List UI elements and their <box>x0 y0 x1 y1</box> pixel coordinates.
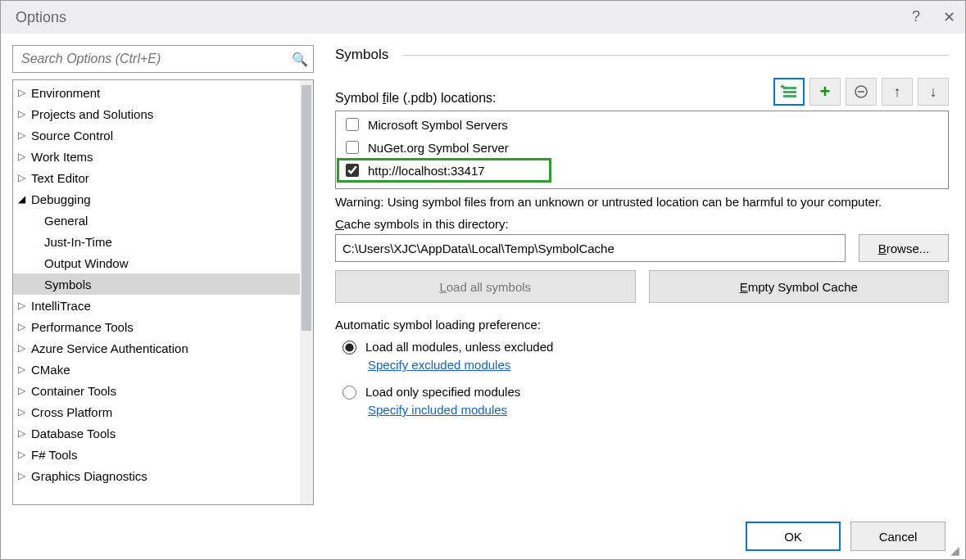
tree-item-general[interactable]: General <box>13 210 300 231</box>
chevron-down-icon[interactable]: ◢ <box>18 193 29 205</box>
tree-item-label: Database Tools <box>31 427 116 440</box>
locations-toolbar: + + ↑ ↓ <box>773 78 949 106</box>
tree-item-symbols[interactable]: Symbols <box>13 273 300 295</box>
tree-item-label: Container Tools <box>31 384 116 398</box>
search-box[interactable]: 🔍 <box>12 45 314 73</box>
titlebar: Options ? ✕ <box>1 1 965 34</box>
tree-item-graphics-diagnostics[interactable]: ▷Graphics Diagnostics <box>13 465 300 486</box>
radio-load-all[interactable]: Load all modules, unless excluded <box>338 338 949 355</box>
tree-item-cmake[interactable]: ▷CMake <box>13 359 300 380</box>
chevron-right-icon[interactable]: ▷ <box>18 385 29 396</box>
tree-item-projects-and-solutions[interactable]: ▷Projects and Solutions <box>13 103 300 124</box>
heading-rule <box>403 55 949 56</box>
locations-list: Microsoft Symbol ServersNuGet.org Symbol… <box>335 111 949 189</box>
location-row[interactable]: NuGet.org Symbol Server <box>338 136 946 159</box>
tree-item-label: Environment <box>31 86 100 100</box>
location-checkbox[interactable] <box>346 141 359 154</box>
tree-item-source-control[interactable]: ▷Source Control <box>13 124 300 146</box>
help-icon[interactable]: ? <box>912 8 920 26</box>
location-checkbox[interactable] <box>346 118 359 131</box>
tree-item-label: Just-In-Time <box>44 235 112 249</box>
tree-item-label: Source Control <box>31 129 113 142</box>
search-input[interactable] <box>20 51 292 67</box>
tree-item-intellitrace[interactable]: ▷IntelliTrace <box>13 295 300 316</box>
tree-item-output-window[interactable]: Output Window <box>13 252 300 273</box>
chevron-right-icon[interactable]: ▷ <box>18 108 29 120</box>
tree-item-container-tools[interactable]: ▷Container Tools <box>13 380 300 401</box>
cache-directory-input[interactable] <box>335 234 846 262</box>
page-title: Symbols <box>335 47 388 63</box>
close-icon[interactable]: ✕ <box>943 8 955 26</box>
dialog-footer: OK Cancel <box>1 513 965 559</box>
radio-load-all-input[interactable] <box>342 341 356 355</box>
chevron-right-icon[interactable]: ▷ <box>18 151 29 162</box>
location-label: NuGet.org Symbol Server <box>368 141 509 155</box>
tree-item-f-tools[interactable]: ▷F# Tools <box>13 444 300 465</box>
chevron-right-icon[interactable]: ▷ <box>18 470 29 481</box>
radio-load-only-label: Load only specified modules <box>365 385 520 399</box>
tree-item-label: General <box>44 214 88 228</box>
remove-button[interactable] <box>846 78 877 106</box>
specify-excluded-link-row: Specify excluded modules <box>368 358 949 372</box>
tree-item-label: CMake <box>31 363 70 377</box>
tree-item-label: Work Items <box>31 150 93 164</box>
options-tree: ▷Environment▷Projects and Solutions▷Sour… <box>12 79 314 505</box>
tree-item-label: Cross Platform <box>31 405 112 419</box>
left-pane: 🔍 ▷Environment▷Projects and Solutions▷So… <box>1 34 322 513</box>
location-checkbox[interactable] <box>346 164 359 177</box>
specify-excluded-link[interactable]: Specify excluded modules <box>368 358 510 372</box>
empty-symbol-cache-button[interactable]: Empty Symbol Cache <box>649 270 950 303</box>
move-up-button[interactable]: ↑ <box>882 78 913 106</box>
tree-item-environment[interactable]: ▷Environment <box>13 82 300 103</box>
content: 🔍 ▷Environment▷Projects and Solutions▷So… <box>1 34 965 513</box>
location-row[interactable]: Microsoft Symbol Servers <box>338 113 946 136</box>
tree-item-debugging[interactable]: ◢Debugging <box>13 188 300 210</box>
radio-load-only[interactable]: Load only specified modules <box>338 383 949 400</box>
browse-button[interactable]: Browse... <box>859 234 949 262</box>
tree-item-performance-tools[interactable]: ▷Performance Tools <box>13 316 300 337</box>
right-pane: Symbols Symbol file (.pdb) locations: + … <box>322 34 965 513</box>
svg-rect-2 <box>783 95 796 97</box>
new-location-button[interactable]: + <box>773 78 805 106</box>
tree-item-label: Projects and Solutions <box>31 107 153 121</box>
specify-included-link[interactable]: Specify included modules <box>368 403 507 417</box>
tree-scrollbar[interactable] <box>300 80 313 504</box>
chevron-right-icon[interactable]: ▷ <box>18 87 29 98</box>
svg-rect-0 <box>783 87 796 89</box>
chevron-right-icon[interactable]: ▷ <box>18 129 29 141</box>
tree-item-cross-platform[interactable]: ▷Cross Platform <box>13 401 300 422</box>
specify-included-link-row: Specify included modules <box>368 403 949 417</box>
chevron-right-icon[interactable]: ▷ <box>18 449 29 460</box>
cache-label: Cache symbols in this directory: <box>335 217 949 231</box>
tree-item-just-in-time[interactable]: Just-In-Time <box>13 231 300 252</box>
add-button[interactable]: + <box>810 78 841 106</box>
tree-item-label: Performance Tools <box>31 320 134 334</box>
move-down-button[interactable]: ↓ <box>918 78 949 106</box>
tree-item-label: Output Window <box>44 256 129 270</box>
resize-grip-icon[interactable]: ◢ <box>950 544 962 556</box>
radio-load-only-input[interactable] <box>342 386 356 400</box>
cache-row: Browse... <box>335 234 949 262</box>
tree-item-label: F# Tools <box>31 448 77 462</box>
load-all-symbols-button[interactable]: Load all symbols <box>335 270 636 303</box>
tree-item-text-editor[interactable]: ▷Text Editor <box>13 167 300 188</box>
locations-label: Symbol file (.pdb) locations: <box>335 91 497 106</box>
page-heading-row: Symbols <box>335 47 949 63</box>
tree-item-work-items[interactable]: ▷Work Items <box>13 146 300 167</box>
tree-item-database-tools[interactable]: ▷Database Tools <box>13 422 300 444</box>
location-row[interactable]: http://localhost:33417 <box>338 159 551 182</box>
chevron-right-icon[interactable]: ▷ <box>18 342 29 354</box>
warning-text: Warning: Using symbol files from an unkn… <box>335 194 949 210</box>
chevron-right-icon[interactable]: ▷ <box>18 300 29 311</box>
tree-item-azure-service-authentication[interactable]: ▷Azure Service Authentication <box>13 337 300 359</box>
ok-button[interactable]: OK <box>746 522 841 551</box>
chevron-right-icon[interactable]: ▷ <box>18 321 29 332</box>
chevron-right-icon[interactable]: ▷ <box>18 364 29 375</box>
chevron-right-icon[interactable]: ▷ <box>18 406 29 418</box>
search-icon[interactable]: 🔍 <box>292 52 308 67</box>
tree-item-label: Azure Service Authentication <box>31 341 188 355</box>
chevron-right-icon[interactable]: ▷ <box>18 427 29 439</box>
cancel-button[interactable]: Cancel <box>850 522 946 551</box>
chevron-right-icon[interactable]: ▷ <box>18 172 29 183</box>
tree-item-label: Debugging <box>31 192 91 206</box>
